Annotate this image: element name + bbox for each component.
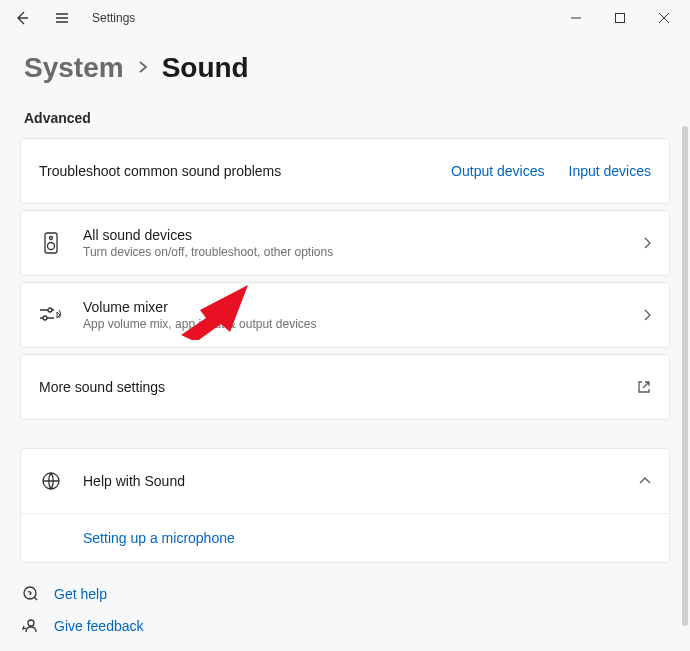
minimize-icon (571, 13, 581, 23)
help-title: Help with Sound (83, 473, 639, 489)
get-help-label: Get help (54, 586, 107, 602)
output-devices-link[interactable]: Output devices (451, 163, 544, 179)
hamburger-icon (54, 10, 70, 26)
minimize-button[interactable] (554, 2, 598, 34)
back-button[interactable] (4, 0, 40, 36)
section-header-advanced: Advanced (24, 110, 670, 126)
all-devices-subtitle: Turn devices on/off, troubleshoot, other… (83, 245, 643, 259)
close-button[interactable] (642, 2, 686, 34)
svg-point-4 (48, 308, 52, 312)
input-devices-link[interactable]: Input devices (569, 163, 652, 179)
svg-point-5 (43, 316, 47, 320)
more-sound-settings-row[interactable]: More sound settings (20, 354, 670, 420)
breadcrumb: System Sound (24, 52, 670, 84)
mixer-icon (39, 306, 63, 324)
title-bar: Settings (0, 0, 690, 36)
troubleshoot-card: Troubleshoot common sound problems Outpu… (20, 138, 670, 204)
feedback-icon (22, 617, 40, 635)
volume-mixer-row[interactable]: Volume mixer App volume mix, app input &… (20, 282, 670, 348)
maximize-button[interactable] (598, 2, 642, 34)
chevron-up-icon (639, 477, 651, 485)
all-devices-title: All sound devices (83, 227, 643, 243)
help-item-label: Setting up a microphone (83, 530, 235, 546)
close-icon (659, 13, 669, 23)
chevron-right-icon (643, 309, 651, 321)
breadcrumb-current: Sound (162, 52, 249, 84)
maximize-icon (615, 13, 625, 23)
get-help-link[interactable]: Get help (22, 585, 670, 603)
troubleshoot-title: Troubleshoot common sound problems (39, 163, 451, 179)
chevron-right-icon (643, 237, 651, 249)
help-with-sound-header[interactable]: Help with Sound (21, 449, 669, 513)
give-feedback-link[interactable]: Give feedback (22, 617, 670, 635)
svg-point-8 (28, 620, 34, 626)
globe-icon (39, 471, 63, 491)
svg-point-2 (50, 237, 53, 240)
arrow-left-icon (14, 10, 30, 26)
svg-rect-0 (616, 14, 625, 23)
help-icon (22, 585, 40, 603)
speaker-icon (39, 232, 63, 254)
content-area: System Sound Advanced Troubleshoot commo… (0, 36, 690, 651)
chevron-right-icon (138, 60, 148, 77)
volume-mixer-subtitle: App volume mix, app input & output devic… (83, 317, 643, 331)
more-settings-title: More sound settings (39, 379, 637, 395)
vertical-scrollbar[interactable] (682, 126, 688, 626)
volume-mixer-title: Volume mixer (83, 299, 643, 315)
help-item-microphone[interactable]: Setting up a microphone (21, 513, 669, 562)
svg-point-3 (48, 243, 55, 250)
all-sound-devices-row[interactable]: All sound devices Turn devices on/off, t… (20, 210, 670, 276)
feedback-label: Give feedback (54, 618, 144, 634)
open-external-icon (637, 380, 651, 394)
app-title: Settings (92, 11, 135, 25)
breadcrumb-parent[interactable]: System (24, 52, 124, 84)
menu-button[interactable] (44, 0, 80, 36)
help-with-sound-card: Help with Sound Setting up a microphone (20, 448, 670, 563)
